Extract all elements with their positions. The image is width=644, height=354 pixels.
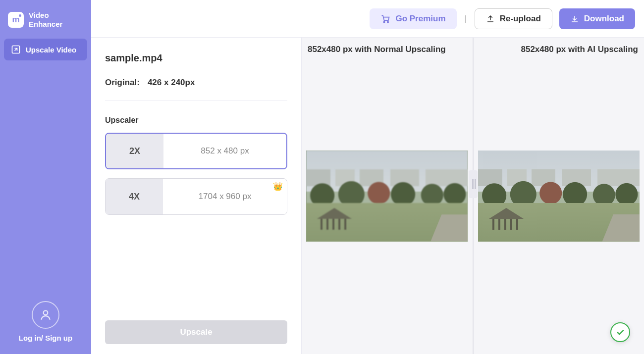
check-icon (615, 327, 625, 337)
nav-upscale-label: Upscale Video (26, 46, 76, 54)
option-multiplier: 4X (106, 179, 163, 214)
app-name-line1: Video (29, 11, 62, 20)
app-name-line2: Enhancer (29, 20, 62, 29)
logo-icon: m (8, 12, 24, 28)
separator: | (464, 14, 468, 23)
preview-normal: 852x480 px with Normal Upscaling (302, 38, 473, 354)
svg-point-2 (384, 21, 385, 22)
preview-normal-frame (306, 151, 468, 242)
comparison-slider-handle[interactable] (469, 170, 478, 198)
logo-letter: m (12, 15, 19, 25)
go-premium-button[interactable]: Go Premium (370, 8, 456, 29)
login-link[interactable]: Log in/ Sign up (19, 334, 72, 342)
settings-panel: sample.mp4 Original: 426 x 240px Upscale… (91, 38, 302, 354)
download-button[interactable]: Download (559, 8, 635, 29)
original-label: Original: (105, 78, 140, 88)
reupload-button[interactable]: Re-upload (475, 8, 552, 29)
app-name: Video Enhancer (29, 11, 62, 29)
original-resolution-row: Original: 426 x 240px (105, 78, 287, 101)
avatar[interactable] (32, 301, 59, 329)
option-multiplier: 2X (106, 134, 163, 168)
preview-ai: 852x480 px with AI Upscaling (473, 38, 644, 354)
reupload-label: Re-upload (500, 14, 541, 24)
svg-point-1 (44, 310, 48, 315)
go-premium-label: Go Premium (395, 14, 445, 24)
filename: sample.mp4 (105, 52, 287, 64)
main: Go Premium | Re-upload Download sample.m… (91, 0, 644, 354)
svg-point-3 (387, 21, 389, 22)
upscale-option-2x[interactable]: 2X 852 x 480 px (105, 133, 287, 169)
download-icon (570, 14, 579, 23)
upscale-icon (11, 45, 21, 54)
crown-icon: 👑 (273, 182, 283, 191)
status-success-badge (610, 322, 630, 342)
preview-normal-label: 852x480 px with Normal Upscaling (308, 45, 446, 54)
upscale-option-4x[interactable]: 4X 1704 x 960 px 👑 (105, 178, 287, 215)
upscale-button[interactable]: Upscale (105, 320, 287, 344)
sidebar-account: Log in/ Sign up (4, 301, 87, 345)
original-value: 426 x 240px (148, 78, 195, 88)
sidebar: m Video Enhancer Upscale Video Log in/ S… (0, 0, 91, 354)
header: Go Premium | Re-upload Download (91, 0, 644, 38)
preview-ai-label: 852x480 px with AI Upscaling (521, 45, 638, 54)
option-resolution: 1704 x 960 px (163, 179, 287, 214)
preview-ai-frame (478, 151, 640, 242)
preview-area: 852x480 px with Normal Upscaling 852x480… (302, 38, 644, 354)
app-logo: m Video Enhancer (4, 9, 87, 39)
nav-upscale-video[interactable]: Upscale Video (4, 39, 87, 60)
upload-icon (486, 14, 495, 23)
option-resolution: 852 x 480 px (163, 134, 286, 168)
user-icon (39, 308, 52, 321)
download-label: Download (584, 14, 624, 24)
upscaler-label: Upscaler (105, 116, 287, 125)
content: sample.mp4 Original: 426 x 240px Upscale… (91, 38, 644, 354)
cart-icon (380, 14, 390, 24)
